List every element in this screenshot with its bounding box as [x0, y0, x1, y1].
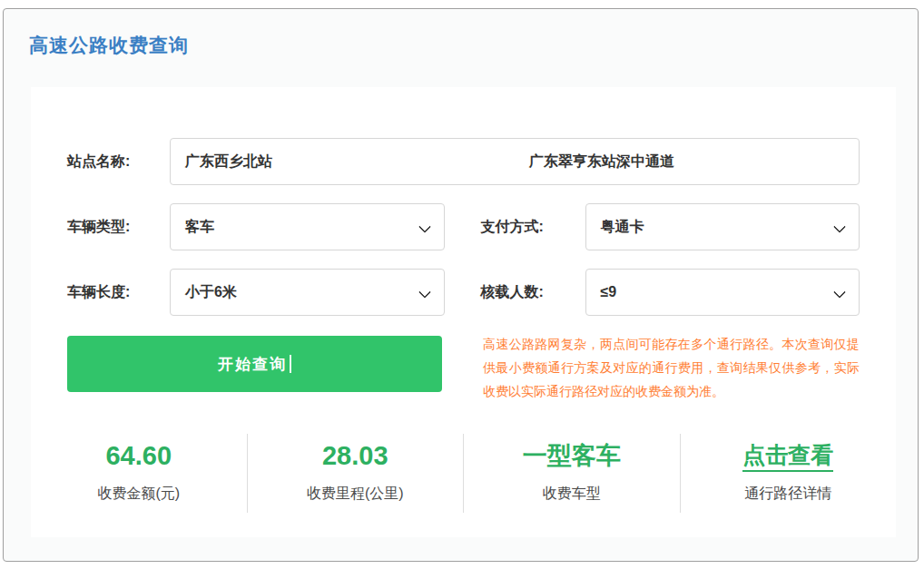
route-detail-label: 通行路径详情 [744, 485, 831, 504]
start-query-button[interactable]: 开始查询 [67, 336, 442, 392]
length-capacity-row: 车辆长度: 小于6米 核载人数: ≤9 [67, 269, 860, 316]
toll-query-panel: 高速公路收费查询 站点名称: 广东西乡北站 广东翠亨东站深中通道 车辆类型: 客… [3, 8, 919, 562]
toll-distance-label: 收费里程(公里) [307, 485, 404, 504]
station-input[interactable]: 广东西乡北站 广东翠亨东站深中通道 [170, 138, 860, 185]
text-cursor [290, 355, 291, 373]
result-vehicle-class: 一型客车 收费车型 [464, 434, 681, 513]
result-toll-distance: 28.03 收费里程(公里) [248, 434, 465, 513]
page-title: 高速公路收费查询 [29, 33, 892, 58]
view-route-link[interactable]: 点击查看 [742, 439, 833, 472]
query-card: 站点名称: 广东西乡北站 广东翠亨东站深中通道 车辆类型: 客车 支付方式: 粤… [31, 87, 896, 537]
vehicle-type-select[interactable]: 客车 [170, 203, 445, 250]
vehicle-class-value: 一型客车 [523, 439, 621, 472]
start-station-value: 广东西乡北站 [185, 152, 272, 172]
passenger-capacity-select[interactable]: ≤9 [585, 269, 860, 316]
passenger-capacity-value: ≤9 [601, 284, 617, 300]
results-row: 64.60 收费金额(元) 28.03 收费里程(公里) 一型客车 收费车型 点… [31, 434, 896, 513]
result-route-detail: 点击查看 通行路径详情 [681, 434, 897, 513]
toll-amount-value: 64.60 [105, 439, 172, 472]
vehicle-class-label: 收费车型 [543, 485, 601, 504]
chevron-down-icon [833, 221, 846, 233]
vehicle-type-label: 车辆类型: [67, 218, 170, 237]
toll-distance-value: 28.03 [322, 439, 388, 472]
notice-text: 高速公路路网复杂，两点间可能存在多个通行路径。本次查询仅提供最小费额通行方案及对… [483, 332, 860, 403]
start-query-label: 开始查询 [218, 354, 287, 375]
payment-method-select[interactable]: 粤通卡 [585, 203, 860, 250]
vehicle-length-label: 车辆长度: [67, 283, 170, 302]
result-toll-amount: 64.60 收费金额(元) [31, 434, 248, 513]
toll-amount-label: 收费金额(元) [97, 485, 180, 504]
vehicle-length-select[interactable]: 小于6米 [170, 269, 445, 316]
chevron-down-icon [833, 286, 846, 299]
chevron-down-icon [418, 286, 430, 299]
vehicle-payment-row: 车辆类型: 客车 支付方式: 粤通卡 [67, 203, 860, 250]
end-station-value: 广东翠亨东站深中通道 [529, 152, 674, 172]
payment-method-label: 支付方式: [481, 218, 585, 237]
vehicle-length-value: 小于6米 [185, 283, 237, 302]
payment-method-value: 粤通卡 [601, 218, 644, 237]
passenger-capacity-label: 核载人数: [481, 283, 585, 302]
vehicle-type-value: 客车 [185, 218, 214, 237]
station-label: 站点名称: [67, 152, 170, 172]
chevron-down-icon [418, 221, 430, 233]
action-row: 开始查询 高速公路路网复杂，两点间可能存在多个通行路径。本次查询仅提供最小费额通… [67, 336, 860, 403]
station-row: 站点名称: 广东西乡北站 广东翠亨东站深中通道 [67, 138, 860, 185]
